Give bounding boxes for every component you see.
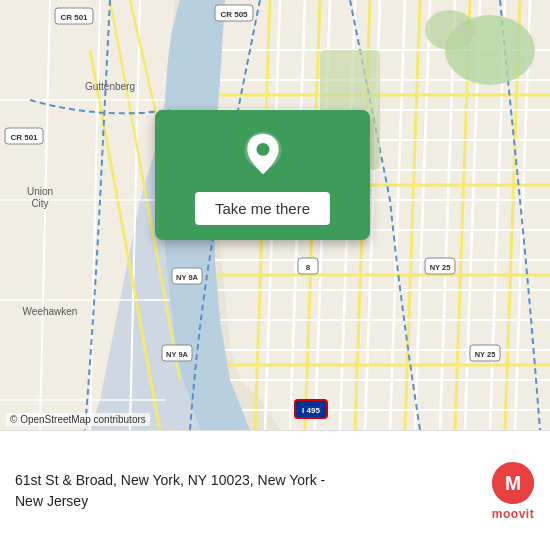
svg-text:Weehawken: Weehawken — [23, 306, 78, 317]
moovit-label: moovit — [492, 507, 534, 521]
svg-text:I 495: I 495 — [302, 406, 320, 415]
location-card: Take me there — [155, 110, 370, 240]
svg-text:CR 501: CR 501 — [60, 13, 88, 22]
location-pin-icon — [239, 130, 287, 178]
svg-text:NY 9A: NY 9A — [166, 350, 189, 359]
svg-point-50 — [425, 10, 475, 50]
info-bar: 61st St & Broad, New York, NY 10023, New… — [0, 430, 550, 550]
moovit-logo[interactable]: M moovit — [491, 461, 535, 521]
svg-text:M: M — [505, 472, 521, 494]
svg-text:CR 505: CR 505 — [220, 10, 248, 19]
take-me-there-button[interactable]: Take me there — [195, 192, 330, 225]
svg-text:CR 501: CR 501 — [10, 133, 38, 142]
svg-text:Guttenberg: Guttenberg — [85, 81, 135, 92]
map-attribution: © OpenStreetMap contributors — [6, 413, 150, 426]
svg-text:City: City — [31, 198, 48, 209]
svg-text:NY 25: NY 25 — [475, 350, 496, 359]
moovit-icon: M — [491, 461, 535, 505]
address-text: 61st St & Broad, New York, NY 10023, New… — [15, 472, 325, 509]
svg-text:Union: Union — [27, 186, 53, 197]
svg-text:8: 8 — [306, 263, 311, 272]
address-block: 61st St & Broad, New York, NY 10023, New… — [15, 470, 476, 512]
svg-point-76 — [256, 143, 269, 156]
map-container: CR 501 CR 505 CR 501 NY 9A 8 NY 25 NY 9A… — [0, 0, 550, 430]
svg-text:NY 9A: NY 9A — [176, 273, 199, 282]
svg-text:NY 25: NY 25 — [430, 263, 451, 272]
